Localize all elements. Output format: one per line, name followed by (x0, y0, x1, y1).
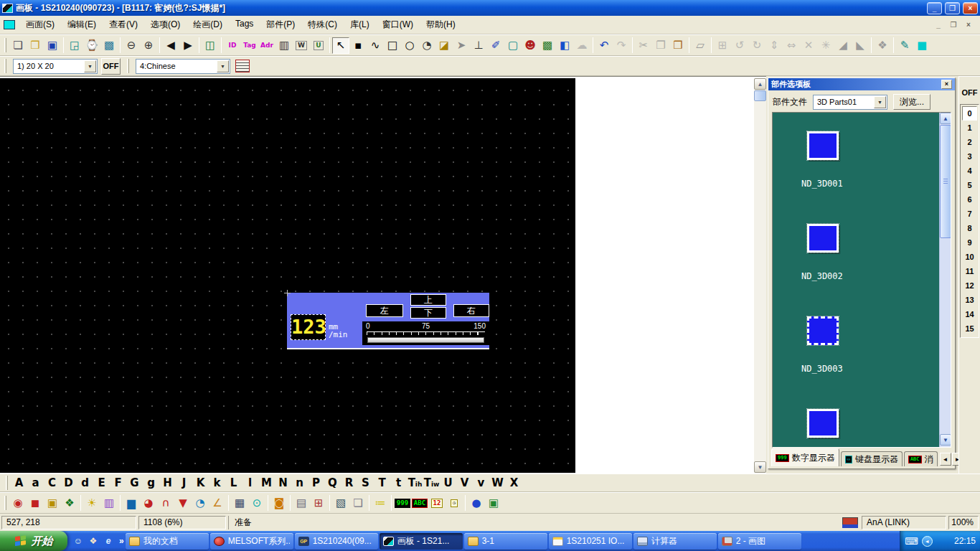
off-state-button[interactable]: OFF (101, 58, 121, 75)
scrollbar-thumb[interactable] (754, 90, 766, 101)
state-2[interactable]: 2 (961, 135, 979, 149)
chevron-down-icon[interactable]: ▼ (217, 60, 229, 72)
text-style-l[interactable]: l (242, 476, 258, 489)
menu-item-9[interactable]: 窗口(W) (376, 16, 420, 34)
text-style-M[interactable]: M (258, 476, 275, 489)
text-style-v[interactable]: v (473, 476, 489, 489)
state-off-label[interactable]: OFF (959, 88, 980, 97)
minimize-button[interactable]: _ (927, 2, 942, 14)
scroll-up-icon[interactable]: ▲ (940, 113, 951, 124)
zoom-in-icon[interactable]: ⊕ (140, 37, 157, 54)
menu-item-8[interactable]: 库(L) (344, 16, 376, 34)
toolbar-grip[interactable] (4, 59, 6, 73)
menu-item-7[interactable]: 特殊(C) (301, 16, 344, 34)
text-style-G[interactable]: G (126, 476, 143, 489)
menu-item-5[interactable]: Tags (229, 16, 260, 34)
flip-horizontal-icon[interactable]: ⇔ (783, 37, 800, 54)
parts-file-combo[interactable]: 3D Parts01 ▼ (813, 95, 887, 110)
paste-icon[interactable]: ❒ (669, 37, 687, 54)
device-check-icon[interactable]: ✎ (896, 37, 913, 54)
tab-0[interactable]: 999数字显示器 (771, 448, 839, 466)
alarm-clock-icon[interactable]: ⌚ (83, 37, 100, 54)
clock-display-part-icon[interactable]: ◷ (446, 495, 463, 512)
enlarge-icon[interactable]: ✳ (817, 37, 834, 54)
menu-item-10[interactable]: 帮助(H) (420, 16, 462, 34)
chevron-down-icon[interactable]: ▼ (84, 60, 96, 72)
select-cursor-icon[interactable]: ↖ (332, 37, 349, 54)
color-fill-icon[interactable]: ■ (913, 37, 930, 54)
next-screen-icon[interactable]: ▶ (179, 37, 197, 54)
restore-button[interactable]: ❐ (945, 2, 960, 14)
text-style-Q[interactable]: Q (324, 476, 341, 489)
skew-left-icon[interactable]: ◢ (834, 37, 852, 54)
arrow-shape-icon[interactable]: ➤ (453, 37, 470, 54)
eraser-icon[interactable]: ▱ (692, 37, 709, 54)
zoom-out-icon[interactable]: ⊖ (123, 37, 140, 54)
capture-icon[interactable]: ▢ (504, 37, 522, 54)
toolbar-grip[interactable] (4, 496, 6, 510)
rotate-cw-icon[interactable]: ↻ (748, 37, 765, 54)
task-1S210240(09...[interactable]: GP1S210240(09... (295, 533, 378, 550)
open-project-icon[interactable]: ❒ (27, 37, 44, 54)
cut-icon[interactable]: ✂ (635, 37, 652, 54)
task-画板 - 1S21...[interactable]: 画板 - 1S21... (380, 533, 463, 550)
drawing-canvas[interactable]: 123 mm /min 左 上 下 右 0 75 150 (0, 78, 575, 473)
text-style-n[interactable]: n (291, 476, 308, 489)
mdi-minimize-button[interactable]: _ (932, 19, 945, 30)
image-list-icon[interactable]: U (310, 37, 327, 54)
state-0[interactable]: 0 (962, 106, 977, 121)
state-15[interactable]: 15 (961, 321, 979, 336)
square-switch-icon[interactable]: ◼ (27, 495, 44, 512)
screen-display-icon[interactable]: ▣ (485, 495, 502, 512)
messenger-icon[interactable]: ☺ (72, 535, 84, 547)
ie-icon[interactable]: e (103, 535, 114, 547)
scroll-down-icon[interactable]: ▼ (940, 434, 951, 446)
menu-item-0[interactable]: 画面(S) (19, 16, 61, 34)
text-style-F[interactable]: F (110, 476, 126, 489)
tab-2[interactable]: ABC消 (904, 451, 938, 466)
skew-right-icon[interactable]: ◣ (852, 37, 869, 54)
flip-vertical-icon[interactable]: ⇕ (765, 37, 783, 54)
multi-lamp-icon[interactable]: ▥ (100, 495, 118, 512)
part-item-unlabeled[interactable] (807, 409, 922, 438)
state-7[interactable]: 7 (961, 207, 979, 221)
text-style-J[interactable]: J (176, 476, 192, 489)
lamp-display-icon[interactable]: ⊙ (248, 495, 265, 512)
image-part-icon[interactable]: ▩ (539, 37, 556, 54)
previous-screen-icon[interactable]: ◀ (162, 37, 179, 54)
menu-item-4[interactable]: 绘画(D) (187, 16, 229, 34)
part-item-ND_3D001[interactable]: ND_3D001 (807, 131, 922, 189)
point-draw-icon[interactable]: ▪ (349, 37, 367, 54)
address-list-icon[interactable]: Adr (258, 37, 275, 54)
rectangle-draw-icon[interactable]: □ (384, 37, 401, 54)
canvas-vertical-scrollbar[interactable]: ▲ ▼ (754, 78, 766, 473)
comment-list-icon[interactable] (234, 58, 251, 75)
parts-display-icon[interactable]: ● (468, 495, 485, 512)
text-style-X[interactable]: X (506, 476, 522, 489)
part-item-ND_3D002[interactable]: ND_3D002 (807, 224, 922, 281)
right-button-part[interactable]: 右 (453, 304, 489, 317)
text-style-E[interactable]: E (93, 476, 110, 489)
comment-list-part-icon[interactable]: ≔ (372, 495, 389, 512)
panel-meter-icon[interactable]: ◔ (192, 495, 209, 512)
text-style-H[interactable]: H (159, 476, 176, 489)
menu-item-3[interactable]: 选项(O) (144, 16, 187, 34)
id-list-icon[interactable]: ID (224, 37, 241, 54)
shrink-icon[interactable]: ✕ (800, 37, 817, 54)
left-button-part[interactable]: 左 (366, 304, 403, 317)
text-style-R[interactable]: R (341, 476, 357, 489)
text-style-A[interactable]: A (11, 476, 27, 489)
text-style-Tiw[interactable]: Tiw (423, 476, 440, 489)
state-9[interactable]: 9 (961, 235, 979, 250)
text-style-L[interactable]: L (225, 476, 242, 489)
alarm-part-icon[interactable]: ◙ (270, 495, 288, 512)
numeric-display-part[interactable]: 123 (291, 314, 326, 340)
mdi-restore-button[interactable]: ❐ (947, 19, 960, 30)
binary-list-icon[interactable]: ▥ (275, 37, 293, 54)
save-project-icon[interactable]: ▣ (44, 37, 61, 54)
scale-draw-icon[interactable]: ⊥ (470, 37, 487, 54)
text-style-W[interactable]: W (489, 476, 506, 489)
text-style-V[interactable]: V (456, 476, 473, 489)
funnel-graph-icon[interactable]: ▼ (174, 495, 192, 512)
word-comment-icon[interactable]: W (293, 37, 310, 54)
